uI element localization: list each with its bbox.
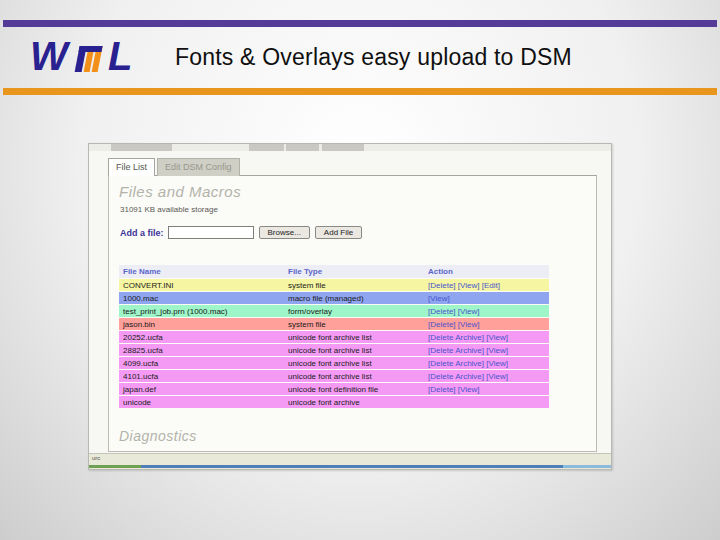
toolbar-remnant-segment [286,144,319,151]
file-name-header: File Name [119,265,284,278]
toolbar-remnant-segment [111,144,172,151]
action-cell[interactable]: [View] [424,292,549,304]
toolbar-remnant [89,144,611,151]
action-cell[interactable]: [Delete Archive] [View] [424,370,549,382]
top-accent-bar [3,20,717,27]
table-row: jason.binsystem file[Delete] [View] [119,318,549,330]
file-type-cell: system file [284,318,424,330]
toolbar-remnant-segment [249,144,284,151]
table-header-row: File Name File Type Action [119,265,549,278]
action-cell[interactable]: [Delete] [View] [424,305,549,317]
toolbar-remnant-segment [322,144,364,151]
file-type-cell: unicode font archive [284,396,424,408]
table-row: unicodeunicode font archive [119,396,549,408]
table-row: japan.defunicode font definition file[De… [119,383,549,395]
add-file-button[interactable]: Add File [315,226,362,239]
tab-file-list[interactable]: File List [108,158,155,176]
action-cell[interactable]: [Delete Archive] [View] [424,331,549,343]
file-type-cell: unicode font archive list [284,331,424,343]
file-name-cell: jason.bin [119,318,284,330]
tab-bar: File List Edit DSM Config [108,158,240,176]
action-cell[interactable]: [Delete] [View] [Edit] [424,279,549,291]
table-row: 4099.ucfaunicode font archive list[Delet… [119,357,549,369]
progress-segment-lightblue [563,465,611,468]
file-table-body: CONVERT.INIsystem file[Delete] [View] [E… [119,279,549,408]
progress-segment-green [89,465,141,468]
available-storage-text: 31091 KB available storage [120,205,218,214]
table-row: CONVERT.INIsystem file[Delete] [View] [E… [119,279,549,291]
file-name-cell: 28825.ucfa [119,344,284,356]
file-list-panel: Files and Macros 31091 KB available stor… [108,175,597,452]
file-type-cell: unicode font archive list [284,370,424,382]
table-row: test_print_job.prn (1000.mac)form/overla… [119,305,549,317]
wml-logo: W L [30,34,140,84]
action-cell[interactable]: [Delete] [View] [424,318,549,330]
status-progress-line [89,465,611,468]
file-type-cell: unicode font archive list [284,357,424,369]
file-type-cell: macro file (managed) [284,292,424,304]
file-name-cell: japan.def [119,383,284,395]
file-type-cell: system file [284,279,424,291]
file-type-header: File Type [284,265,424,278]
action-cell[interactable]: [Delete Archive] [View] [424,344,549,356]
table-row: 20252.ucfaunicode font archive list[Dele… [119,331,549,343]
status-bar: urc [89,453,611,469]
action-cell[interactable]: [Delete] [View] [424,383,549,395]
file-type-cell: form/overlay [284,305,424,317]
browse-button[interactable]: Browse... [259,226,310,239]
bottom-accent-bar [3,88,717,95]
file-name-cell: 1000.mac [119,292,284,304]
action-header: Action [424,265,549,278]
file-name-cell: 20252.ucfa [119,331,284,343]
svg-text:L: L [108,34,132,78]
table-row: 28825.ucfaunicode font archive list[Dele… [119,344,549,356]
file-name-cell: test_print_job.prn (1000.mac) [119,305,284,317]
file-type-cell: unicode font archive list [284,344,424,356]
file-type-cell: unicode font definition file [284,383,424,395]
action-cell [424,396,549,408]
progress-segment-blue [141,465,563,468]
status-bar-text: urc [92,455,100,461]
svg-text:W: W [30,34,71,78]
add-file-label: Add a file: [120,228,164,238]
wml-logo-graphic: W L [30,34,140,80]
file-name-cell: unicode [119,396,284,408]
action-cell[interactable]: [Delete Archive] [View] [424,357,549,369]
diagnostics-heading: Diagnostics [119,428,197,444]
tab-edit-dsm-config[interactable]: Edit DSM Config [157,158,240,176]
app-window: File List Edit DSM Config Files and Macr… [88,143,612,470]
slide-title: Fonts & Overlays easy upload to DSM [175,44,572,71]
file-name-cell: CONVERT.INI [119,279,284,291]
file-table: File Name File Type Action CONVERT.INIsy… [119,264,549,409]
files-and-macros-heading: Files and Macros [119,183,241,200]
table-row: 4101.ucfaunicode font archive list[Delet… [119,370,549,382]
file-name-cell: 4101.ucfa [119,370,284,382]
table-row: 1000.macmacro file (managed)[View] [119,292,549,304]
add-file-row: Add a file: Browse... Add File [120,226,362,239]
file-upload-input[interactable] [168,226,254,239]
file-name-cell: 4099.ucfa [119,357,284,369]
